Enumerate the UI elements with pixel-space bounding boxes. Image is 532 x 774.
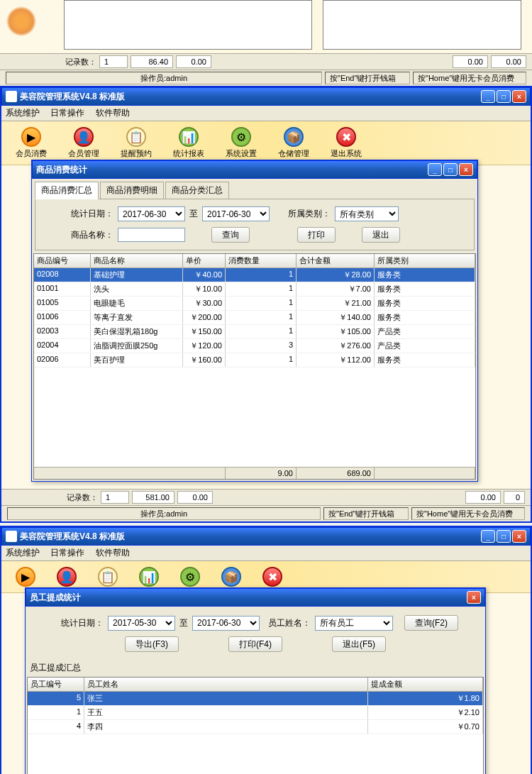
- user-icon: 👤: [57, 567, 77, 587]
- close-button[interactable]: ×: [512, 530, 526, 543]
- chart-icon: 📊: [139, 567, 159, 587]
- play-icon: ▶: [21, 127, 41, 147]
- table-row[interactable]: 02004油脂调控面膜250g￥120.003￥276.00产品类: [34, 339, 475, 353]
- employee-select[interactable]: 所有员工: [315, 616, 393, 631]
- status-row-top: 记录数： 1 86.40 0.00 0.00 0.00: [0, 53, 532, 70]
- chart-icon: 📊: [179, 127, 199, 147]
- table-row[interactable]: 01006等离子直发￥200.001￥140.00服务类: [34, 311, 475, 325]
- records-label: 记录数：: [65, 57, 96, 67]
- gear-icon: ⚙: [180, 567, 200, 587]
- table-row[interactable]: 02006美百护理￥160.001￥112.00服务类: [34, 353, 475, 367]
- product-stats-dialog: 商品消费统计 _ □ × 商品消费汇总 商品消费明细 商品分类汇总 统计日期： …: [31, 160, 478, 482]
- dialog1-close[interactable]: ×: [459, 163, 473, 176]
- dialog1-maximize[interactable]: □: [443, 163, 458, 176]
- col-qty[interactable]: 消费数量: [226, 254, 297, 267]
- date-label: 统计日期：: [43, 208, 113, 220]
- note-icon: 📋: [126, 127, 146, 147]
- toolbar-remind[interactable]: 📋提醒预约: [121, 127, 152, 159]
- dialog2-titlebar: 员工提成统计 ×: [26, 588, 485, 607]
- maximize-button[interactable]: □: [497, 530, 511, 543]
- employee-commission-dialog: 员工提成统计 × 统计日期： 2017-05-30 至 2017-06-30 员…: [25, 587, 486, 774]
- dialog1-title: 商品消费统计: [36, 164, 87, 176]
- dialog1-titlebar: 商品消费统计 _ □ ×: [32, 160, 477, 179]
- exit-button[interactable]: 退出: [362, 227, 400, 243]
- note-icon: 📋: [98, 567, 118, 587]
- dialog2-close[interactable]: ×: [467, 591, 481, 604]
- table-row[interactable]: 02003美白保湿乳箱180g￥150.001￥105.00产品类: [34, 325, 475, 339]
- table-row[interactable]: 01005电眼睫毛￥30.001￥21.00服务类: [34, 297, 475, 311]
- menu-help[interactable]: 软件帮助: [96, 108, 130, 118]
- table-row[interactable]: 5张三￥1.80: [28, 692, 483, 706]
- col-cat[interactable]: 所属类别: [375, 254, 475, 267]
- print-button[interactable]: 打印: [297, 227, 336, 243]
- table-row[interactable]: 1王五￥2.10: [28, 706, 483, 720]
- exit-icon: ✖: [262, 567, 282, 587]
- app-icon: [6, 531, 17, 542]
- statusbar: 操作员:admin 按"End"键打开钱箱 按"Home"键用无卡会员消费: [0, 70, 532, 86]
- name-label: 商品名称：: [43, 229, 113, 241]
- menu-daily[interactable]: 日常操作: [50, 108, 84, 118]
- minimize-button[interactable]: _: [481, 530, 495, 543]
- records-val: 1: [99, 55, 128, 68]
- dialog2-title: 员工提成统计: [30, 592, 81, 604]
- employee-summary-grid: 员工编号 员工姓名 提成金额 5张三￥1.801王五￥2.104李四￥0.70: [27, 677, 484, 774]
- toolbar-store[interactable]: 📦仓储管理: [278, 127, 309, 159]
- toolbar-consume[interactable]: ▶会员消费: [16, 127, 47, 159]
- status-row-mid: 记录数： 1 581.00 0.00 0.00 0: [1, 489, 531, 505]
- table-row[interactable]: 01001洗头￥10.001￥7.00服务类: [34, 282, 475, 297]
- section-summary: 员工提成汇总: [26, 660, 485, 675]
- app-titlebar-2: 美容院管理系统V4.8 标准版 _ □ ×: [1, 527, 531, 546]
- app-icon: [6, 91, 17, 102]
- box-icon: 📦: [221, 567, 241, 587]
- date-to-select-2[interactable]: 2017-06-30: [192, 616, 260, 631]
- tab-summary[interactable]: 商品消费汇总: [35, 182, 99, 199]
- exit-icon: ✖: [336, 127, 356, 147]
- dialog1-minimize[interactable]: _: [428, 163, 442, 176]
- date-from-select-2[interactable]: 2017-05-30: [108, 616, 175, 631]
- table-row[interactable]: 4李四￥0.70: [28, 720, 483, 734]
- footer-qty: 9.00: [226, 468, 297, 479]
- gear-icon: ⚙: [231, 127, 251, 147]
- menu-maintain[interactable]: 系统维护: [6, 108, 40, 118]
- col-id[interactable]: 商品编号: [34, 254, 91, 267]
- box-icon: 📦: [284, 127, 304, 147]
- tab-detail[interactable]: 商品消费明细: [100, 182, 164, 199]
- col-name[interactable]: 商品名称: [91, 254, 183, 267]
- table-row[interactable]: 02008基础护理￥40.001￥28.00服务类: [34, 268, 475, 282]
- toolbar-member[interactable]: 👤会员管理: [68, 127, 99, 159]
- dialog1-tabs: 商品消费汇总 商品消费明细 商品分类汇总: [32, 179, 477, 199]
- maximize-button[interactable]: □: [497, 90, 511, 103]
- footer-total: 689.00: [297, 468, 375, 479]
- export-button[interactable]: 导出(F3): [125, 636, 179, 652]
- category-select[interactable]: 所有类别: [335, 206, 399, 221]
- minimize-button[interactable]: _: [481, 90, 495, 103]
- date-to-select[interactable]: 2017-06-30: [202, 206, 270, 221]
- cat-label: 所属类别：: [288, 208, 331, 220]
- query-button-2[interactable]: 查询(F2): [404, 615, 458, 631]
- user-icon: 👤: [74, 127, 94, 147]
- menubar: 系统维护 日常操作 软件帮助: [1, 106, 531, 121]
- toolbar-stats[interactable]: 📊统计报表: [173, 127, 204, 159]
- date-from-select[interactable]: 2017-06-30: [118, 206, 185, 221]
- toolbar-settings[interactable]: ⚙系统设置: [226, 127, 257, 159]
- col-price[interactable]: 单价: [183, 254, 226, 267]
- app-title: 美容院管理系统V4.8 标准版: [20, 91, 125, 103]
- play-icon: ▶: [16, 567, 35, 587]
- toolbar: ▶会员消费 👤会员管理 📋提醒预约 📊统计报表 ⚙系统设置 📦仓储管理 ✖退出系…: [1, 121, 531, 165]
- product-name-input[interactable]: [118, 228, 185, 242]
- print-button-2[interactable]: 打印(F4): [228, 636, 282, 652]
- close-button[interactable]: ×: [512, 90, 526, 103]
- app-titlebar: 美容院管理系统V4.8 标准版 _ □ ×: [1, 87, 531, 106]
- query-button[interactable]: 查询: [211, 227, 250, 243]
- toolbar-exit[interactable]: ✖退出系统: [331, 127, 362, 159]
- tab-category[interactable]: 商品分类汇总: [165, 182, 229, 199]
- col-total[interactable]: 合计金额: [297, 254, 375, 267]
- exit-button-2[interactable]: 退出(F5): [332, 636, 386, 652]
- product-grid: 商品编号 商品名称 单价 消费数量 合计金额 所属类别 02008基础护理￥40…: [33, 253, 476, 480]
